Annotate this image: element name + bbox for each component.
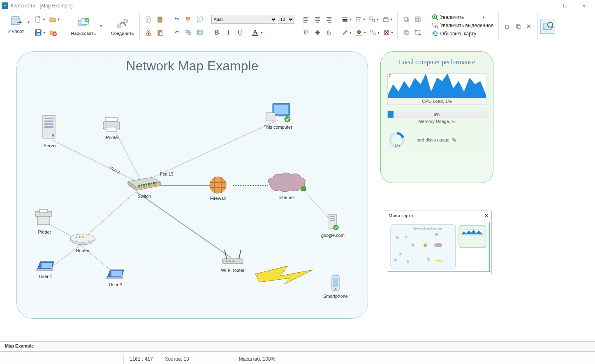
node-printer[interactable]: Printer	[101, 116, 124, 140]
align-top-button[interactable]	[301, 27, 311, 38]
open-folder-button[interactable]: ▼	[48, 14, 61, 25]
minimap-title: Мини-карта	[389, 213, 413, 218]
paste-button[interactable]	[155, 14, 165, 25]
svg-rect-38	[404, 17, 407, 21]
select-all-button[interactable]	[194, 14, 205, 25]
font-name-select[interactable]: Arial	[211, 15, 277, 24]
svg-point-129	[396, 236, 399, 239]
node-plotter[interactable]: Plotter	[33, 208, 56, 234]
minimap-close-button[interactable]: ✕	[484, 212, 489, 219]
node-this-computer[interactable]: This computer	[264, 101, 292, 130]
align-center-button[interactable]	[312, 14, 323, 25]
align-right-button[interactable]	[324, 14, 334, 25]
import-button[interactable]: Импорт	[5, 13, 27, 35]
canvas-area[interactable]: Network Map Example Port 2 Port 15 Serve…	[0, 41, 595, 341]
format-painter-button[interactable]	[183, 14, 194, 25]
paste-special-button[interactable]	[155, 27, 165, 38]
svg-rect-33	[356, 35, 362, 36]
close-button[interactable]: ✕	[574, 0, 593, 12]
node-server[interactable]: Server	[39, 114, 61, 148]
underline-button[interactable]: U	[234, 27, 245, 38]
svg-rect-40	[405, 31, 408, 35]
map-panel[interactable]: Network Map Example Port 2 Port 15 Serve…	[16, 51, 368, 319]
node-router[interactable]: Router	[68, 231, 97, 253]
italic-button[interactable]: I	[223, 27, 234, 38]
size-button[interactable]: ▼	[381, 14, 394, 25]
svg-rect-5	[37, 33, 40, 35]
node-switch[interactable]: Switch	[126, 173, 163, 199]
connect-button[interactable]: Соединить	[108, 15, 137, 37]
svg-marker-63	[255, 266, 313, 284]
save-button[interactable]: ▼	[33, 27, 47, 38]
zoom-selection-button[interactable]: Увеличить выделенное	[429, 21, 496, 30]
node-user1[interactable]: User 1	[35, 257, 56, 279]
node-user2[interactable]: User 2	[105, 266, 126, 287]
svg-rect-23	[198, 18, 200, 20]
svg-rect-93	[153, 184, 155, 186]
ungroup-button[interactable]: ▼	[368, 27, 381, 38]
overview-button[interactable]	[540, 19, 555, 34]
memory-label: Memory Usage, %	[387, 118, 486, 125]
svg-rect-112	[106, 277, 123, 279]
chevron-down-icon[interactable]: ▼	[27, 21, 30, 24]
replace-button[interactable]	[183, 27, 194, 38]
cut-button[interactable]	[143, 27, 154, 38]
draw-button[interactable]: Нарисовать	[67, 15, 99, 37]
group-button[interactable]: ▼	[368, 14, 380, 25]
align-middle-button[interactable]	[312, 27, 323, 38]
node-smartphone[interactable]: Smartphone	[323, 274, 348, 299]
chevron-down-icon[interactable]: ▼	[100, 24, 103, 28]
svg-rect-113	[111, 271, 122, 276]
align-bottom-button[interactable]	[324, 27, 334, 38]
refresh-map-button[interactable]: Обновить карту	[429, 30, 496, 38]
mdi-close-button[interactable]	[523, 21, 534, 32]
minimize-button[interactable]: ─	[537, 0, 556, 12]
svg-rect-13	[147, 18, 151, 22]
redo-button[interactable]	[171, 27, 182, 38]
node-google[interactable]: google.com	[321, 212, 345, 238]
undo-button[interactable]	[171, 14, 182, 25]
svg-text:A: A	[253, 29, 257, 35]
clear-format-button[interactable]: ▼	[382, 27, 395, 38]
svg-point-131	[411, 243, 414, 247]
performance-panel[interactable]: Local computer performance 7 0 CPU Load,…	[380, 51, 493, 183]
svg-rect-121	[333, 278, 338, 287]
svg-point-119	[232, 260, 234, 262]
bring-front-button[interactable]	[401, 14, 412, 25]
fill-color-button[interactable]: ▼	[354, 27, 368, 38]
minimap-panel[interactable]: Мини-карта ✕ Network Map Example	[386, 211, 492, 274]
svg-rect-128	[459, 225, 486, 248]
node-firewall[interactable]: Firewall	[208, 174, 228, 201]
svg-rect-103	[37, 216, 50, 225]
svg-line-59	[136, 192, 231, 257]
new-doc-button[interactable]: ▼	[33, 14, 47, 25]
svg-rect-19	[160, 32, 163, 35]
mdi-restore-button[interactable]	[502, 21, 513, 32]
bold-button[interactable]: B	[211, 27, 222, 38]
port-label: Port 2	[109, 165, 121, 175]
svg-point-10	[117, 24, 121, 28]
send-back-button[interactable]	[401, 27, 412, 38]
svg-rect-76	[278, 116, 285, 117]
node-internet[interactable]: Internet	[262, 170, 311, 200]
svg-line-116	[239, 250, 241, 259]
tab-current[interactable]: Map Example	[0, 342, 39, 351]
snap-button[interactable]	[412, 27, 423, 38]
grid-button[interactable]	[412, 14, 423, 25]
line-style-button[interactable]: ▼	[354, 14, 367, 25]
mdi-max-button[interactable]	[513, 21, 523, 32]
line-weight-button[interactable]: ▼	[340, 14, 353, 25]
maximize-button[interactable]: ☐	[556, 0, 574, 12]
line-color-button[interactable]: ▼	[340, 27, 353, 38]
svg-rect-83	[148, 183, 150, 185]
copy-button[interactable]	[143, 14, 154, 25]
minimap-viewport[interactable]: Network Map Example	[388, 222, 490, 272]
node-wifi-router[interactable]: Wi-Fi router	[218, 247, 247, 273]
delete-button[interactable]	[48, 27, 58, 38]
invert-selection-button[interactable]	[194, 27, 205, 38]
align-left-button[interactable]	[301, 14, 311, 25]
svg-rect-41	[416, 30, 420, 35]
font-size-select[interactable]: 10	[278, 15, 294, 24]
zoom-in-button[interactable]: Увеличить▼	[429, 13, 496, 21]
font-color-button[interactable]: A▼	[250, 27, 264, 38]
